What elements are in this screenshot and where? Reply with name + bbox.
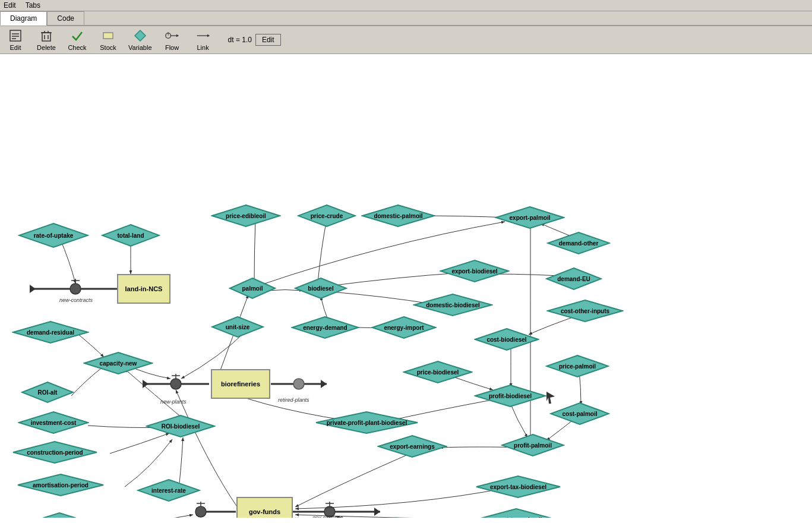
stock-icon <box>101 29 115 43</box>
var-demand-residual[interactable]: demand-residual <box>12 320 89 344</box>
svg-marker-75 <box>378 436 446 457</box>
stock-land-in-NCS[interactable]: land-in-NCS <box>117 274 170 304</box>
var-export-tax-palmoil[interactable]: export-tax-palmoil <box>475 508 557 518</box>
var-demand-EU[interactable]: demand-EU <box>545 267 602 291</box>
var-cost-other-inputs[interactable]: cost-other-inputs <box>546 299 624 323</box>
tool-flow[interactable]: Flow <box>162 29 183 51</box>
svg-marker-49 <box>13 442 97 463</box>
svg-marker-30 <box>374 508 380 516</box>
tool-variable[interactable]: Variable <box>128 29 152 51</box>
svg-marker-51 <box>25 513 94 518</box>
dt-edit-button[interactable]: Edit <box>255 34 281 46</box>
var-export-tax-biodiesel[interactable]: export-tax-biodiesel <box>475 475 561 499</box>
svg-marker-52 <box>138 480 200 501</box>
var-construction-period[interactable]: construction-period <box>12 440 98 464</box>
var-ROI-biodiesel[interactable]: ROI-biodiesel <box>146 414 216 438</box>
var-export-earnings[interactable]: export-earnings <box>377 434 447 458</box>
cursor-indicator <box>546 392 554 399</box>
tool-delete-label: Delete <box>37 44 56 51</box>
var-ROI-alt[interactable]: ROI-alt <box>21 381 74 404</box>
toolbar: Edit Delete Check Stock Variable <box>0 26 812 54</box>
svg-point-34 <box>170 379 181 389</box>
var-rate-of-uptake[interactable]: rate-of-uptake <box>18 222 89 248</box>
svg-marker-17 <box>207 34 209 37</box>
flow-label-new-contracts: new-contracts <box>59 297 93 303</box>
var-export-palmoil[interactable]: export-palmoil <box>495 206 565 229</box>
svg-marker-73 <box>502 434 564 456</box>
var-price-crude[interactable]: price-crude <box>297 204 356 228</box>
svg-rect-4 <box>42 33 50 41</box>
svg-marker-60 <box>298 205 355 226</box>
tool-edit[interactable]: Edit <box>5 29 26 51</box>
svg-marker-50 <box>18 474 103 496</box>
svg-marker-45 <box>13 322 88 343</box>
var-demand-other[interactable]: demand-other <box>546 231 611 255</box>
svg-marker-59 <box>212 205 280 226</box>
tool-link-label: Link <box>197 44 208 51</box>
tool-delete[interactable]: Delete <box>36 29 57 51</box>
stock-biorefineries[interactable]: biorefineries <box>211 369 270 399</box>
tool-variable-label: Variable <box>128 44 152 51</box>
svg-marker-53 <box>147 415 214 437</box>
var-cost-biodiesel[interactable]: cost-biodiesel <box>474 327 539 351</box>
var-price-palmoil[interactable]: price-palmoil <box>545 354 609 378</box>
tool-stock-label: Stock <box>100 44 116 51</box>
var-energy-import[interactable]: energy-import <box>371 316 437 339</box>
svg-marker-54 <box>212 317 263 337</box>
tab-diagram[interactable]: Diagram <box>0 11 47 26</box>
svg-marker-55 <box>230 278 275 298</box>
svg-marker-61 <box>362 205 434 226</box>
stock-biorefineries-label: biorefineries <box>221 380 260 388</box>
var-annual-budget[interactable]: annual-budget <box>24 512 95 518</box>
svg-marker-58 <box>372 317 435 338</box>
var-palmoil[interactable]: palmoil <box>229 277 276 300</box>
var-investment-cost[interactable]: investment-cost <box>18 411 89 434</box>
var-cost-palmoil[interactable]: cost-palmoil <box>549 402 610 426</box>
svg-marker-15 <box>176 34 178 37</box>
svg-marker-44 <box>102 225 159 246</box>
svg-point-31 <box>70 284 81 294</box>
svg-marker-57 <box>292 317 358 338</box>
svg-marker-77 <box>476 509 556 518</box>
var-subsidy-import[interactable]: subsidy-import <box>362 516 431 518</box>
var-private-profit-plant-biodiesel[interactable]: private-profit-plant-biodiesel <box>315 411 419 434</box>
var-domestic-biodiesel[interactable]: domestic-biodiesel <box>413 293 493 317</box>
tab-bar: Diagram Code <box>0 11 812 26</box>
var-capacity-new[interactable]: capacity-new <box>83 351 153 375</box>
stock-gov-funds[interactable]: gov-funds <box>236 497 293 518</box>
flow-icon <box>165 29 179 43</box>
var-amortisation-period[interactable]: amortisation-period <box>17 473 105 497</box>
var-price-biodiesel[interactable]: price-biodiesel <box>403 360 473 384</box>
svg-marker-68 <box>475 329 538 350</box>
svg-marker-76 <box>476 476 560 497</box>
svg-marker-66 <box>546 268 601 289</box>
svg-marker-67 <box>548 300 623 322</box>
menu-bar: Edit Tabs <box>0 0 812 11</box>
var-profit-biodiesel[interactable]: profit-biodiesel <box>474 384 546 408</box>
menu-edit[interactable]: Edit <box>4 1 16 10</box>
menu-tabs[interactable]: Tabs <box>26 1 40 10</box>
var-biodiesel[interactable]: biodiesel <box>294 277 347 300</box>
var-total-land[interactable]: total-land <box>101 223 160 247</box>
svg-marker-63 <box>414 294 492 316</box>
var-energy-demand[interactable]: energy-demand <box>291 316 359 339</box>
var-unit-size[interactable]: unit-size <box>211 316 264 338</box>
var-profit-palmoil[interactable]: profit-palmoil <box>501 433 565 457</box>
var-export-biodiesel[interactable]: export-biodiesel <box>440 259 510 283</box>
svg-point-37 <box>195 506 206 517</box>
var-price-edibleoil[interactable]: price-edibleoil <box>211 204 281 228</box>
svg-marker-47 <box>22 382 73 402</box>
dt-value: dt = 1.0 <box>228 36 252 44</box>
delete-icon <box>39 29 53 43</box>
svg-marker-23 <box>143 380 149 388</box>
tool-stock[interactable]: Stock <box>97 29 119 51</box>
tool-check[interactable]: Check <box>67 29 88 51</box>
svg-marker-48 <box>19 412 88 433</box>
tab-code[interactable]: Code <box>47 11 84 25</box>
var-interest-rate[interactable]: interest-rate <box>137 478 201 502</box>
tool-link[interactable]: Link <box>192 29 214 51</box>
flow-label-new-plants: new-plants <box>160 399 187 405</box>
var-domestic-palmoil[interactable]: domestic-palmoil <box>361 204 435 228</box>
diagram-canvas: land-in-NCS biorefineries gov-funds rate… <box>0 54 812 518</box>
svg-marker-71 <box>475 385 545 407</box>
